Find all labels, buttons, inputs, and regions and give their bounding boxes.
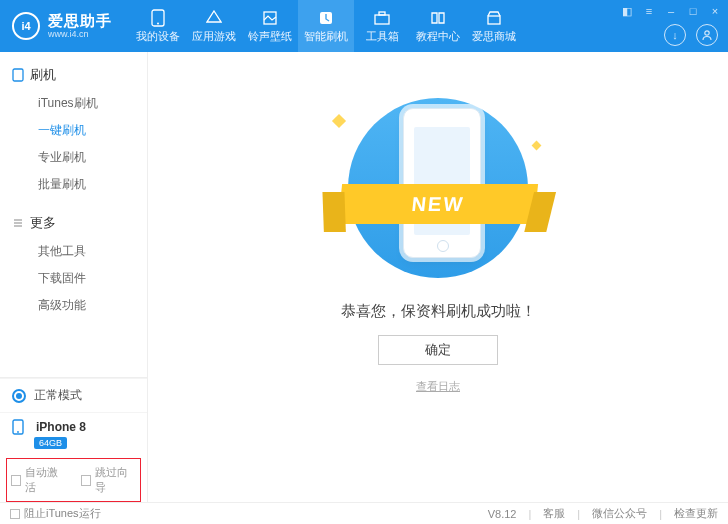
maximize-icon[interactable]: □ [686, 4, 700, 18]
sidebar-item-other-tools[interactable]: 其他工具 [12, 238, 135, 265]
nav-label: 工具箱 [366, 29, 399, 44]
svg-rect-4 [375, 15, 389, 24]
sidebar-section-flash: 刷机 iTunes刷机 一键刷机 专业刷机 批量刷机 [0, 62, 147, 204]
sidebar-item-download-firmware[interactable]: 下载固件 [12, 265, 135, 292]
skin-icon[interactable]: ◧ [620, 4, 634, 18]
view-log-link[interactable]: 查看日志 [416, 379, 460, 394]
svg-point-10 [17, 431, 19, 433]
top-nav: 我的设备 应用游戏 铃声壁纸 智能刷机 工具箱 教程中心 爱思商城 [130, 0, 522, 52]
nav-my-device[interactable]: 我的设备 [130, 0, 186, 52]
device-name: iPhone 8 [36, 420, 86, 434]
svg-rect-6 [488, 16, 500, 24]
sidebar-item-onekey-flash[interactable]: 一键刷机 [12, 117, 135, 144]
svg-point-7 [705, 31, 709, 35]
app-header: i4 爱思助手 www.i4.cn 我的设备 应用游戏 铃声壁纸 智能刷机 工具… [0, 0, 728, 52]
close-icon[interactable]: × [708, 4, 722, 18]
nav-tools[interactable]: 工具箱 [354, 0, 410, 52]
menu-icon[interactable]: ≡ [642, 4, 656, 18]
brand-subtitle: www.i4.cn [48, 29, 112, 40]
phone-illustration-icon [403, 108, 481, 258]
check-update-link[interactable]: 检查更新 [674, 506, 718, 521]
nav-label: 应用游戏 [192, 29, 236, 44]
block-itunes-checkbox[interactable]: 阻止iTunes运行 [10, 506, 101, 521]
sparkle-icon [532, 141, 542, 151]
support-link[interactable]: 客服 [543, 506, 565, 521]
sidebar-section-title: 刷机 [30, 66, 56, 84]
version-label: V8.12 [488, 508, 517, 520]
ribbon-icon: NEW [340, 184, 536, 224]
brand-text: 爱思助手 www.i4.cn [48, 13, 112, 40]
device-mode[interactable]: 正常模式 [0, 378, 147, 412]
phone-icon [149, 9, 167, 27]
checkbox-icon [81, 475, 91, 486]
nav-flash[interactable]: 智能刷机 [298, 0, 354, 52]
sidebar-item-advanced[interactable]: 高级功能 [12, 292, 135, 319]
apps-icon [205, 9, 223, 27]
checkbox-label: 自动激活 [25, 465, 66, 495]
svg-rect-5 [379, 12, 385, 15]
sidebar: 刷机 iTunes刷机 一键刷机 专业刷机 批量刷机 更多 其他工具 下载固件 … [0, 52, 148, 502]
mode-indicator-icon [12, 389, 26, 403]
success-message: 恭喜您，保资料刷机成功啦！ [341, 302, 536, 321]
wechat-link[interactable]: 微信公众号 [592, 506, 647, 521]
divider: | [659, 508, 662, 520]
wallpaper-icon [261, 9, 279, 27]
sidebar-item-itunes-flash[interactable]: iTunes刷机 [12, 90, 135, 117]
brand-title: 爱思助手 [48, 13, 112, 29]
ribbon-text: NEW [338, 184, 538, 224]
nav-apps[interactable]: 应用游戏 [186, 0, 242, 52]
header-right-buttons: ↓ [664, 24, 718, 46]
mode-label: 正常模式 [34, 387, 82, 404]
nav-label: 智能刷机 [304, 29, 348, 44]
list-icon [12, 217, 24, 229]
download-icon[interactable]: ↓ [664, 24, 686, 46]
skip-guide-checkbox[interactable]: 跳过向导 [81, 465, 137, 495]
checkbox-icon [11, 475, 21, 486]
sidebar-section-header[interactable]: 刷机 [12, 62, 135, 88]
store-icon [485, 9, 503, 27]
sidebar-menu-more: 其他工具 下载固件 高级功能 [12, 236, 135, 325]
sidebar-item-batch-flash[interactable]: 批量刷机 [12, 171, 135, 198]
nav-label: 教程中心 [416, 29, 460, 44]
success-illustration: NEW [338, 98, 538, 278]
toolbox-icon [373, 9, 391, 27]
auto-activate-checkbox[interactable]: 自动激活 [11, 465, 67, 495]
nav-label: 铃声壁纸 [248, 29, 292, 44]
sidebar-scroll: 刷机 iTunes刷机 一键刷机 专业刷机 批量刷机 更多 其他工具 下载固件 … [0, 52, 147, 377]
sidebar-menu-flash: iTunes刷机 一键刷机 专业刷机 批量刷机 [12, 88, 135, 204]
footer-left: 阻止iTunes运行 [10, 506, 476, 521]
device-storage-badge: 64GB [34, 437, 67, 449]
ok-button[interactable]: 确定 [378, 335, 498, 365]
nav-label: 爱思商城 [472, 29, 516, 44]
device-info[interactable]: iPhone 8 64GB [0, 412, 147, 457]
checkbox-label: 跳过向导 [95, 465, 136, 495]
checkbox-label: 阻止iTunes运行 [24, 506, 101, 521]
nav-tutorials[interactable]: 教程中心 [410, 0, 466, 52]
phone-outline-icon [12, 68, 24, 82]
nav-ringtones[interactable]: 铃声壁纸 [242, 0, 298, 52]
nav-store[interactable]: 爱思商城 [466, 0, 522, 52]
nav-label: 我的设备 [136, 29, 180, 44]
window-controls: ◧ ≡ – □ × [620, 4, 722, 18]
divider: | [528, 508, 531, 520]
sidebar-item-pro-flash[interactable]: 专业刷机 [12, 144, 135, 171]
book-icon [429, 9, 447, 27]
main-content: NEW 恭喜您，保资料刷机成功啦！ 确定 查看日志 [148, 52, 728, 502]
svg-point-1 [157, 22, 159, 24]
brand: i4 爱思助手 www.i4.cn [0, 12, 124, 40]
checkbox-icon [10, 509, 20, 519]
brand-logo-icon: i4 [12, 12, 40, 40]
body: 刷机 iTunes刷机 一键刷机 专业刷机 批量刷机 更多 其他工具 下载固件 … [0, 52, 728, 502]
sidebar-footer: 正常模式 iPhone 8 64GB 自动激活 跳过向导 [0, 377, 147, 502]
sidebar-section-more: 更多 其他工具 下载固件 高级功能 [0, 210, 147, 325]
highlighted-options: 自动激活 跳过向导 [6, 458, 141, 502]
svg-rect-8 [13, 69, 23, 81]
sidebar-section-header[interactable]: 更多 [12, 210, 135, 236]
divider: | [577, 508, 580, 520]
sparkle-icon [332, 114, 346, 128]
sidebar-section-title: 更多 [30, 214, 56, 232]
user-icon[interactable] [696, 24, 718, 46]
minimize-icon[interactable]: – [664, 4, 678, 18]
status-bar: 阻止iTunes运行 V8.12 | 客服 | 微信公众号 | 检查更新 [0, 502, 728, 524]
flash-icon [317, 9, 335, 27]
